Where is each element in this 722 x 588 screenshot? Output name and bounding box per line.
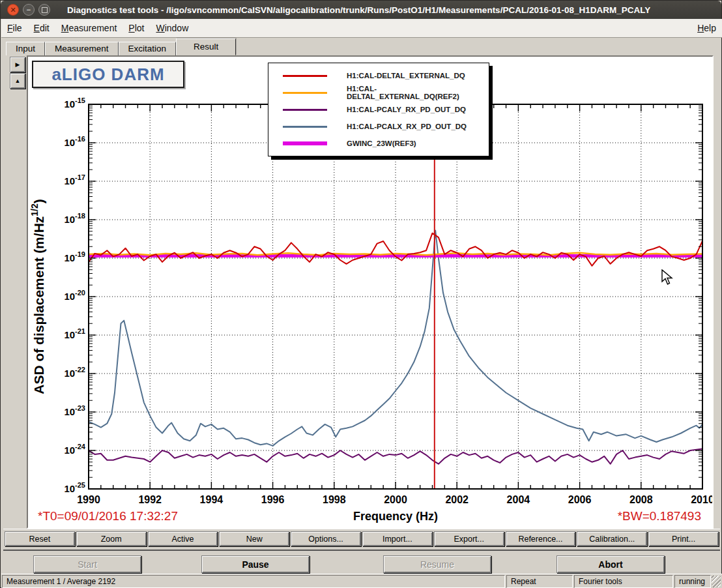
svg-text:10-20: 10-20 bbox=[64, 289, 85, 302]
pane-next-button[interactable]: ▶ bbox=[10, 57, 25, 72]
start-button: Start bbox=[33, 555, 141, 573]
t0-annotation: *T0=09/01/2016 17:32:27 bbox=[38, 509, 178, 523]
svg-text:10-15: 10-15 bbox=[64, 96, 85, 110]
tab-input[interactable]: Input bbox=[6, 42, 45, 55]
window-title: Diagnostics test tools - /ligo/svncommon… bbox=[67, 5, 650, 15]
svg-text:2002: 2002 bbox=[445, 494, 469, 505]
svg-text:10-16: 10-16 bbox=[64, 135, 85, 148]
plot-toolbar: ResetZoomActiveNewOptions...Import...Exp… bbox=[3, 529, 720, 551]
legend-label: H1:CAL-DELTAL_EXTERNAL_DQ(REF2) bbox=[347, 85, 489, 100]
status-measurement: Measurement 1 / Average 2192 bbox=[2, 575, 505, 588]
bw-annotation: *BW=0.187493 bbox=[618, 509, 701, 523]
legend-line-sample bbox=[283, 92, 327, 94]
svg-text:1990: 1990 bbox=[77, 494, 100, 505]
svg-text:2004: 2004 bbox=[507, 494, 530, 505]
svg-text:1998: 1998 bbox=[323, 494, 346, 505]
maximize-icon[interactable] bbox=[38, 4, 50, 16]
x-axis-title: Frequency (Hz) bbox=[353, 510, 438, 523]
pause-button[interactable]: Pause bbox=[201, 555, 310, 573]
plot-title: aLIGO DARM bbox=[51, 65, 164, 85]
export-button[interactable]: Export... bbox=[434, 531, 504, 546]
resume-button: Resume bbox=[383, 555, 491, 573]
legend-label: H1:CAL-PCALY_RX_PD_OUT_DQ bbox=[347, 106, 466, 113]
legend-line-sample bbox=[283, 109, 327, 111]
new-button[interactable]: New bbox=[219, 531, 289, 546]
mouse-cursor-icon bbox=[661, 269, 676, 286]
svg-text:10-19: 10-19 bbox=[64, 250, 85, 263]
svg-text:2008: 2008 bbox=[629, 494, 653, 505]
status-repeat: Repeat bbox=[506, 575, 573, 588]
status-running: running bbox=[674, 575, 711, 588]
svg-text:10-24: 10-24 bbox=[64, 443, 85, 456]
svg-text:2010: 2010 bbox=[691, 494, 712, 505]
legend-entry: H1:CAL-PCALX_RX_PD_OUT_DQ bbox=[268, 118, 489, 135]
title-bar[interactable]: ✕ − Diagnostics test tools - /ligo/svnco… bbox=[1, 1, 721, 19]
calibration-button[interactable]: Calibration... bbox=[577, 531, 647, 546]
svg-text:10-23: 10-23 bbox=[64, 404, 85, 417]
print-button[interactable]: Print... bbox=[648, 531, 719, 546]
options-button[interactable]: Options... bbox=[291, 531, 361, 546]
legend-entry: GWINC_23W(REF3) bbox=[268, 135, 489, 152]
plot-legend: H1:CAL-DELTAL_EXTERNAL_DQH1:CAL-DELTAL_E… bbox=[268, 63, 489, 156]
svg-text:10-21: 10-21 bbox=[64, 327, 85, 340]
tab-bar: InputMeasurementExcitationResult bbox=[6, 40, 236, 55]
menu-help[interactable]: Help bbox=[691, 20, 722, 36]
legend-entry: H1:CAL-DELTAL_EXTERNAL_DQ bbox=[268, 67, 489, 84]
menu-file[interactable]: File bbox=[1, 20, 28, 36]
status-bar: Measurement 1 / Average 2192 Repeat Four… bbox=[1, 574, 722, 588]
zoom-button[interactable]: Zoom bbox=[76, 531, 147, 546]
svg-text:2000: 2000 bbox=[384, 494, 407, 505]
svg-text:10-22: 10-22 bbox=[64, 366, 85, 379]
legend-entry: H1:CAL-PCALY_RX_PD_OUT_DQ bbox=[268, 101, 489, 118]
svg-text:10-17: 10-17 bbox=[64, 173, 85, 186]
trace-3 bbox=[89, 231, 702, 446]
svg-text:10-18: 10-18 bbox=[64, 212, 85, 225]
menu-plot[interactable]: Plot bbox=[123, 20, 150, 36]
tab-result[interactable]: Result bbox=[176, 38, 236, 55]
reference-button[interactable]: Reference... bbox=[506, 531, 576, 546]
legend-label: H1:CAL-PCALX_RX_PD_OUT_DQ bbox=[347, 123, 467, 130]
legend-line-sample bbox=[283, 75, 327, 77]
legend-entry: H1:CAL-DELTAL_EXTERNAL_DQ(REF2) bbox=[268, 84, 489, 101]
status-tools: Fourier tools bbox=[574, 575, 673, 588]
y-axis-title: ASD of displacement (m/Hz1/2) bbox=[29, 199, 46, 394]
close-icon[interactable]: ✕ bbox=[7, 4, 19, 16]
legend-label: H1:CAL-DELTAL_EXTERNAL_DQ bbox=[347, 72, 465, 80]
menu-edit[interactable]: Edit bbox=[28, 20, 55, 36]
legend-label: GWINC_23W(REF3) bbox=[347, 140, 416, 147]
active-button[interactable]: Active bbox=[148, 531, 218, 546]
pane-up-button[interactable]: ▲ bbox=[10, 73, 25, 89]
resize-grip[interactable] bbox=[712, 576, 721, 587]
plot-title-box: aLIGO DARM bbox=[32, 61, 184, 88]
svg-text:1992: 1992 bbox=[138, 494, 162, 505]
legend-line-sample bbox=[283, 126, 327, 128]
reset-button[interactable]: Reset bbox=[5, 531, 75, 546]
plot-canvas[interactable]: 1990199219941996199820002002200420062008… bbox=[27, 55, 714, 529]
svg-text:10-25: 10-25 bbox=[64, 481, 85, 494]
menu-window[interactable]: Window bbox=[150, 20, 194, 36]
menu-bar: FileEditMeasurementPlotWindowHelp bbox=[1, 19, 722, 38]
menu-measurement[interactable]: Measurement bbox=[55, 20, 123, 36]
import-button[interactable]: Import... bbox=[362, 531, 433, 546]
tab-measurement[interactable]: Measurement bbox=[45, 42, 119, 55]
svg-text:1996: 1996 bbox=[261, 494, 285, 505]
tab-excitation[interactable]: Excitation bbox=[119, 42, 177, 55]
abort-button[interactable]: Abort bbox=[556, 555, 665, 573]
app-window: ✕ − Diagnostics test tools - /ligo/svnco… bbox=[0, 0, 722, 588]
legend-line-sample bbox=[283, 141, 327, 145]
minimize-icon[interactable]: − bbox=[23, 4, 35, 16]
svg-text:1994: 1994 bbox=[200, 494, 224, 505]
svg-text:2006: 2006 bbox=[568, 494, 592, 505]
